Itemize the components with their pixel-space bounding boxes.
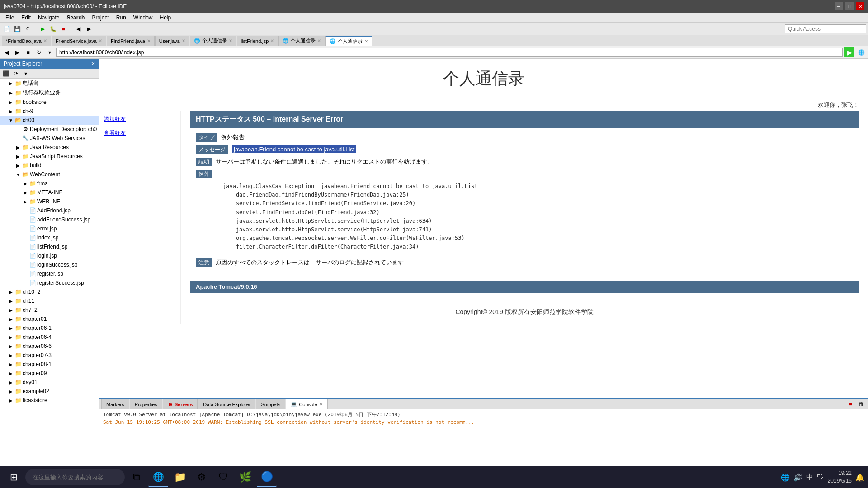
tab-snippets[interactable]: Snippets	[256, 399, 285, 409]
sidebar-item-chapter09[interactable]: ▶ 📁 chapter09	[0, 369, 99, 378]
menu-edit[interactable]: Edit	[18, 14, 34, 22]
tab-console[interactable]: 💻 Console ✕	[286, 399, 327, 409]
debug-button[interactable]: 🐛	[48, 24, 58, 34]
sidebar-item-dianhuabu[interactable]: ▶ 📁 电话薄	[0, 79, 99, 88]
sidebar-item-login[interactable]: 📄 login.jsp	[0, 251, 99, 260]
nav-stop-button[interactable]: ■	[24, 48, 33, 57]
sidebar-item-chapter06-1[interactable]: ▶ 📁 chapter06-1	[0, 324, 99, 333]
sidebar-item-webinf[interactable]: ▶ 📁 WEB-INF	[0, 197, 99, 206]
sidebar-item-js-resources[interactable]: ▶ 📁 JavaScript Resources	[0, 152, 99, 161]
taskbar-ie[interactable]: 🔵	[257, 467, 277, 487]
sidebar-item-java-resources[interactable]: ▶ 📁 Java Resources	[0, 143, 99, 152]
tab-close-contacts2[interactable]: ✕	[317, 38, 321, 43]
sidebar-item-deployment[interactable]: ⚙ Deployment Descriptor: ch0	[0, 125, 99, 134]
taskbar-security[interactable]: 🛡	[213, 467, 233, 487]
tab-close-frienddao[interactable]: ✕	[43, 38, 47, 43]
menu-run[interactable]: Run	[113, 14, 130, 22]
nav-refresh-button[interactable]: ↻	[34, 48, 43, 57]
save-button[interactable]: 💾	[12, 24, 22, 34]
tab-close-user[interactable]: ✕	[182, 38, 185, 43]
tab-contacts-1[interactable]: 🌐 个人通信录 ✕	[190, 36, 236, 46]
sidebar-item-bank[interactable]: ▶ 📁 银行存取款业务	[0, 88, 99, 98]
sidebar-item-itcaststore[interactable]: ▶ 📁 itcaststore	[0, 396, 99, 405]
tab-contacts-3[interactable]: 🌐 个人通信录 ✕	[326, 36, 372, 46]
console-clear-button[interactable]: 🗑	[856, 399, 866, 409]
sidebar-item-day01[interactable]: ▶ 📁 day01	[0, 378, 99, 387]
url-input[interactable]	[56, 48, 843, 57]
sidebar-item-jaxws[interactable]: 🔧 JAX-WS Web Services	[0, 134, 99, 143]
tab-frienddao[interactable]: *FriendDao.java ✕	[2, 36, 51, 46]
stop-button[interactable]: ■	[58, 24, 68, 34]
sidebar-item-ch7-2[interactable]: ▶ 📁 ch7_2	[0, 305, 99, 314]
nav-open-browser-button[interactable]: 🌐	[856, 48, 866, 57]
tab-close-listfriend[interactable]: ✕	[270, 38, 274, 43]
sidebar-item-metainf[interactable]: ▶ 📁 META-INF	[0, 188, 99, 197]
menu-window[interactable]: Window	[130, 14, 156, 22]
taskbar-edge[interactable]: 🌐	[148, 467, 168, 487]
nav-dropdown-button[interactable]: ▾	[45, 48, 54, 57]
tab-close-friendservice[interactable]: ✕	[99, 38, 102, 43]
tab-servers[interactable]: 🖥 Servers	[163, 399, 198, 409]
nav-forward-button[interactable]: ▶	[13, 48, 22, 57]
notifications-icon[interactable]: 🔔	[855, 473, 864, 482]
nav-back-button[interactable]: ◀	[2, 48, 11, 57]
sidebar-item-addfriendsuccess[interactable]: 📄 addFriendSuccess.jsp	[0, 215, 99, 224]
maximize-button[interactable]: □	[845, 2, 854, 10]
minimize-button[interactable]: ─	[835, 2, 843, 10]
sidebar-sync-button[interactable]: ⟳	[11, 69, 21, 79]
menu-search[interactable]: Search	[63, 14, 88, 22]
sidebar-item-ch11[interactable]: ▶ 📁 ch11	[0, 296, 99, 305]
forward-button[interactable]: ▶	[84, 24, 94, 34]
tab-close-findfriend[interactable]: ✕	[147, 38, 151, 43]
sidebar-item-loginsuccess[interactable]: 📄 loginSuccess.jsp	[0, 260, 99, 269]
menu-file[interactable]: File	[2, 14, 18, 22]
tab-close-contacts3[interactable]: ✕	[364, 39, 368, 44]
menu-project[interactable]: Project	[88, 14, 112, 22]
tab-findfriend[interactable]: FindFriend.java ✕	[107, 36, 155, 46]
taskbar-files[interactable]: 📁	[170, 467, 190, 487]
taskbar-settings[interactable]: ⚙	[192, 467, 212, 487]
sidebar-collapse-button[interactable]: ⬛	[1, 69, 11, 79]
tab-listfriend[interactable]: listFriend.jsp ✕	[237, 36, 278, 46]
nav-view-friend[interactable]: 查看好友	[104, 130, 126, 136]
menu-help[interactable]: Help	[156, 14, 175, 22]
sidebar-item-chapter08-1[interactable]: ▶ 📁 chapter08-1	[0, 360, 99, 369]
sidebar-item-addfriend[interactable]: 📄 AddFriend.jsp	[0, 206, 99, 215]
sidebar-close-icon[interactable]: ✕	[91, 61, 95, 67]
start-button[interactable]: ⊞	[4, 467, 24, 487]
print-button[interactable]: 🖨	[23, 24, 33, 34]
tab-datasource[interactable]: Data Source Explorer	[198, 399, 255, 409]
sidebar-item-webcontent[interactable]: ▼ 📂 WebContent	[0, 170, 99, 179]
sidebar-item-register[interactable]: 📄 register.jsp	[0, 269, 99, 278]
sidebar-item-listfriend[interactable]: 📄 listFriend.jsp	[0, 242, 99, 251]
nav-add-friend[interactable]: 添加好友	[104, 116, 126, 122]
sidebar-item-chapter06-6[interactable]: ▶ 📁 chapter06-6	[0, 342, 99, 351]
tab-markers[interactable]: Markers	[101, 399, 129, 409]
sidebar-item-ch00[interactable]: ▼ 📂 ch00	[0, 116, 99, 125]
sidebar-item-error[interactable]: 📄 error.jsp	[0, 224, 99, 233]
sidebar-item-frms[interactable]: ▶ 📁 frms	[0, 179, 99, 188]
sidebar-item-chapter06-4[interactable]: ▶ 📁 chapter06-4	[0, 333, 99, 342]
quick-access-input[interactable]	[785, 24, 866, 33]
tab-user[interactable]: User.java ✕	[155, 36, 189, 46]
sidebar-item-bookstore[interactable]: ▶ 📁 bookstore	[0, 98, 99, 107]
sidebar-item-index[interactable]: 📄 index.jsp	[0, 233, 99, 242]
sidebar-item-registersuccess[interactable]: 📄 registerSuccess.jsp	[0, 278, 99, 287]
menu-navigate[interactable]: Navigate	[34, 14, 63, 22]
back-button[interactable]: ◀	[73, 24, 83, 34]
sidebar-item-example02[interactable]: ▶ 📁 example02	[0, 387, 99, 396]
sidebar-item-ch9[interactable]: ▶ 📁 ch-9	[0, 107, 99, 116]
taskbar-taskview[interactable]: ⧉	[127, 467, 146, 487]
taskbar-search-input[interactable]	[25, 469, 125, 485]
tab-close-console[interactable]: ✕	[319, 402, 323, 407]
taskbar-green[interactable]: 🌿	[235, 467, 255, 487]
tab-friendservice[interactable]: FriendService.java ✕	[52, 36, 106, 46]
close-button[interactable]: ✕	[856, 2, 864, 10]
sidebar-item-chapter01[interactable]: ▶ 📁 chapter01	[0, 314, 99, 324]
tab-properties[interactable]: Properties	[130, 399, 162, 409]
tab-contacts-2[interactable]: 🌐 个人通信录 ✕	[278, 36, 325, 46]
sidebar-menu-button[interactable]: ▾	[21, 69, 31, 79]
sidebar-item-chapter07-3[interactable]: ▶ 📁 chapter07-3	[0, 351, 99, 360]
tab-close-contacts1[interactable]: ✕	[229, 38, 232, 43]
sidebar-item-ch10-2[interactable]: ▶ 📁 ch10_2	[0, 287, 99, 296]
